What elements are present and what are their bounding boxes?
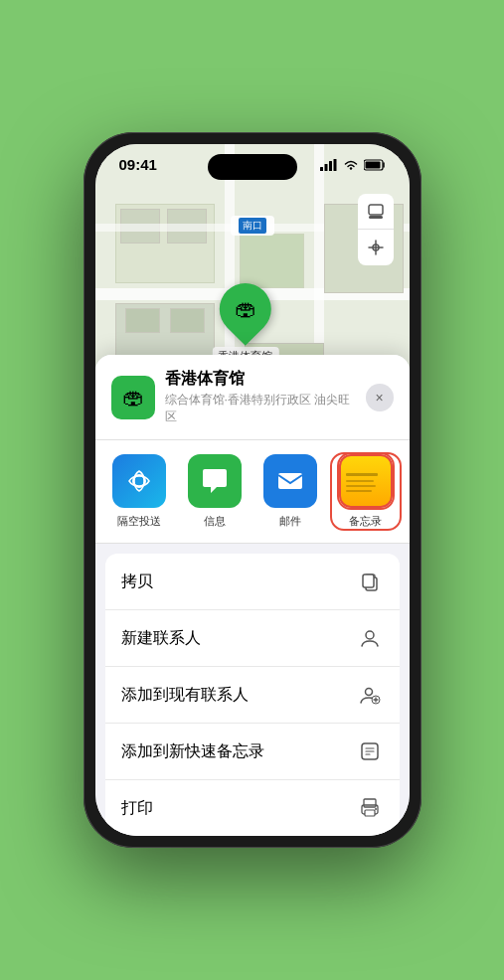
notes-icon [339,454,393,508]
add-contact-icon [356,681,384,709]
print-icon [356,794,384,822]
svg-rect-7 [369,216,383,219]
new-contact-label: 新建联系人 [121,628,201,649]
notes-label: 备忘录 [349,514,382,529]
svg-rect-19 [365,810,375,816]
action-copy[interactable]: 拷贝 [105,554,400,610]
pin-icon: 🏟 [235,296,256,322]
svg-rect-0 [320,167,323,171]
svg-rect-6 [369,205,383,215]
svg-rect-2 [329,161,332,171]
venue-name: 香港体育馆 [165,369,356,390]
location-pin: 🏟 香港体育馆 [212,283,278,366]
map-layers-button[interactable] [358,194,394,230]
phone-frame: 09:41 [84,132,421,848]
svg-rect-17 [364,799,376,807]
copy-label: 拷贝 [121,572,153,592]
quick-note-label: 添加到新快速备忘录 [121,741,264,762]
close-button[interactable]: × [366,384,394,411]
signal-icon [320,159,338,171]
map-north-label: 南口 [231,216,274,236]
phone-screen: 09:41 [95,144,410,836]
svg-rect-1 [324,164,327,171]
add-contact-label: 添加到现有联系人 [121,685,249,706]
airdrop-icon [112,454,166,508]
action-list: 拷贝 新建联系人 [105,554,400,836]
venue-info: 香港体育馆 综合体育馆·香港特别行政区 油尖旺区 [165,369,356,425]
svg-rect-12 [363,574,374,587]
svg-rect-5 [365,161,380,168]
svg-point-13 [366,631,374,639]
action-print[interactable]: 打印 [105,780,400,836]
status-time: 09:41 [119,156,157,173]
action-quick-note[interactable]: 添加到新快速备忘录 [105,724,400,780]
svg-point-20 [375,808,377,810]
apps-row: 隔空投送 信息 [95,440,410,544]
wifi-icon [343,159,359,171]
map-controls [358,194,394,265]
app-item-mail[interactable]: 邮件 [256,454,324,529]
print-label: 打印 [121,798,153,819]
svg-point-14 [365,689,372,696]
svg-rect-10 [278,473,302,489]
airdrop-label: 隔空投送 [117,514,161,529]
venue-header: 🏟 香港体育馆 综合体育馆·香港特别行政区 油尖旺区 × [95,355,410,440]
battery-icon [364,159,386,171]
venue-icon: 🏟 [111,376,155,419]
map-location-button[interactable] [358,230,394,265]
mail-icon [263,454,317,508]
venue-subtitle: 综合体育馆·香港特别行政区 油尖旺区 [165,392,356,425]
mail-label: 邮件 [279,514,301,529]
app-item-notes[interactable]: 备忘录 [332,454,400,529]
svg-rect-3 [333,159,336,171]
status-icons [320,159,386,171]
copy-icon [356,568,384,595]
action-add-contact[interactable]: 添加到现有联系人 [105,667,400,724]
action-new-contact[interactable]: 新建联系人 [105,610,400,667]
app-item-messages[interactable]: 信息 [181,454,249,529]
quick-note-icon [356,737,384,765]
dynamic-island [208,154,297,180]
bottom-sheet: 🏟 香港体育馆 综合体育馆·香港特别行政区 油尖旺区 × [95,355,410,836]
app-item-more[interactable]: 更多 [408,454,410,529]
messages-label: 信息 [204,514,226,529]
messages-icon [188,454,242,508]
app-item-airdrop[interactable]: 隔空投送 [105,454,173,529]
new-contact-icon [356,624,384,652]
